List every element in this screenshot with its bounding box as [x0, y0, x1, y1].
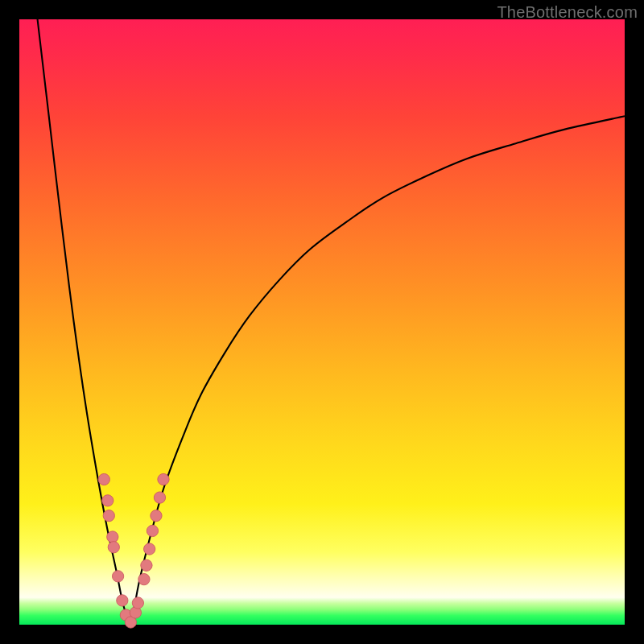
chart-frame: TheBottleneck.com	[0, 0, 644, 644]
data-marker	[103, 510, 114, 521]
data-marker	[98, 473, 109, 485]
watermark-text: TheBottleneck.com	[497, 3, 638, 22]
data-marker	[154, 492, 165, 503]
data-marker	[112, 571, 123, 582]
curve-group	[38, 19, 625, 623]
data-marker	[147, 525, 158, 536]
data-markers	[98, 473, 169, 628]
data-marker	[144, 543, 155, 555]
data-marker	[107, 531, 118, 543]
data-marker	[141, 559, 152, 571]
data-marker	[151, 510, 162, 521]
right-branch-curve	[130, 116, 625, 623]
data-marker	[132, 597, 143, 609]
data-marker	[158, 473, 169, 485]
data-marker	[108, 542, 119, 553]
plot-svg	[19, 19, 625, 625]
data-marker	[138, 573, 150, 584]
data-marker	[117, 595, 128, 606]
data-marker	[102, 495, 114, 506]
